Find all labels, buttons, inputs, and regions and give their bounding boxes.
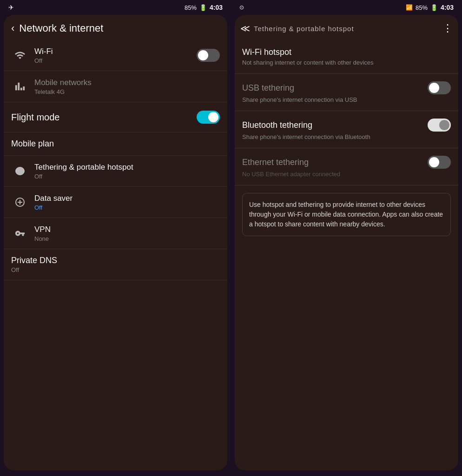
ethernet-tethering-title: Ethernet tethering: [242, 158, 309, 167]
mobile-plan-title: Mobile plan: [11, 139, 220, 149]
signal-icon-right: 📶: [406, 4, 413, 11]
wifi-text: Wi-Fi Off: [29, 47, 197, 64]
wifi-hotspot-title: Wi-Fi hotspot: [242, 47, 291, 57]
flight-mode-title: Flight mode: [11, 112, 197, 123]
vpn-text: VPN None: [29, 225, 220, 242]
left-phone-panel: ✈ 85% 🔋 4:03 ‹ Network & internet: [0, 0, 231, 476]
right-page-header: ≪ Tethering & portable hotspot ⋮: [235, 15, 458, 40]
battery-icon-right: 🔋: [430, 4, 438, 11]
right-main-card: ≪ Tethering & portable hotspot ⋮ Wi-Fi h…: [235, 15, 458, 470]
left-page-header: ‹ Network & internet: [4, 15, 227, 40]
more-options-button[interactable]: ⋮: [442, 22, 453, 34]
right-back-button[interactable]: ≪: [240, 23, 250, 34]
tethering-title: Tethering & portable hotspot: [34, 163, 220, 172]
vpn-subtitle: None: [34, 235, 220, 242]
battery-icon-left: 🔋: [199, 4, 207, 11]
ethernet-tethering-toggle[interactable]: [428, 156, 451, 169]
ethernet-tethering-item[interactable]: Ethernet tethering No USB Ethernet adapt…: [235, 148, 458, 185]
flight-mode-item[interactable]: Flight mode: [4, 102, 227, 132]
battery-percent-left: 85%: [185, 4, 197, 11]
hotspot-icon: [11, 162, 29, 180]
tethering-item[interactable]: Tethering & portable hotspot Off: [4, 156, 227, 187]
private-dns-title: Private DNS: [11, 256, 220, 265]
wifi-setting-item[interactable]: Wi-Fi Off: [4, 40, 227, 71]
mobile-networks-title: Mobile networks: [34, 78, 220, 87]
mobile-networks-text: Mobile networks Teletalk 4G: [29, 78, 220, 95]
mobile-networks-subtitle: Teletalk 4G: [34, 88, 220, 95]
ethernet-tethering-row: Ethernet tethering: [242, 156, 451, 169]
wifi-hotspot-row: Wi-Fi hotspot: [242, 47, 451, 57]
usb-tethering-row: USB tethering: [242, 81, 451, 94]
flight-mode-icon: ✈: [8, 4, 14, 11]
private-dns-item[interactable]: Private DNS Off: [4, 249, 227, 280]
bluetooth-tethering-subtitle: Share phone's internet connection via Bl…: [242, 133, 451, 140]
flight-mode-toggle-knob: [208, 112, 218, 122]
signal-icon: [11, 78, 29, 95]
private-dns-subtitle: Off: [11, 266, 220, 273]
right-phone-panel: ⊙ 📶 85% 🔋 4:03 ≪ Tethering & portable ho…: [231, 0, 462, 476]
wifi-subtitle: Off: [34, 57, 197, 64]
tethering-text: Tethering & portable hotspot Off: [29, 163, 220, 180]
tethering-subtitle: Off: [34, 173, 220, 180]
right-settings-list: Wi-Fi hotspot Not sharing internet or co…: [235, 40, 458, 470]
right-status-icon: ⊙: [239, 4, 244, 11]
vpn-icon: [11, 225, 29, 242]
flight-mode-toggle[interactable]: [197, 111, 220, 124]
usb-tethering-knob: [429, 83, 439, 93]
bluetooth-tethering-row: Bluetooth tethering: [242, 119, 451, 132]
left-page-title: Network & internet: [19, 22, 103, 34]
wifi-hotspot-item[interactable]: Wi-Fi hotspot Not sharing internet or co…: [235, 40, 458, 74]
time-left: 4:03: [210, 4, 223, 11]
ethernet-tethering-subtitle: No USB Ethernet adapter connected: [242, 171, 451, 178]
ethernet-tethering-knob: [429, 157, 439, 167]
right-status-bar: ⊙ 📶 85% 🔋 4:03: [235, 0, 458, 15]
usb-tethering-toggle[interactable]: [428, 81, 451, 94]
datasaver-icon: [11, 193, 29, 211]
mobile-networks-item[interactable]: Mobile networks Teletalk 4G: [4, 71, 227, 102]
right-page-title-overlay: Tethering & portable hotspot: [254, 25, 439, 33]
left-back-button[interactable]: ‹: [11, 22, 14, 34]
mobile-plan-item[interactable]: Mobile plan: [4, 132, 227, 156]
usb-tethering-item[interactable]: USB tethering Share phone's internet con…: [235, 74, 458, 111]
vpn-title: VPN: [34, 225, 220, 234]
data-saver-item[interactable]: Data saver Off: [4, 187, 227, 218]
wifi-title: Wi-Fi: [34, 47, 197, 56]
data-saver-text: Data saver Off: [29, 194, 220, 211]
bluetooth-tethering-item[interactable]: Bluetooth tethering Share phone's intern…: [235, 111, 458, 148]
wifi-toggle[interactable]: [197, 49, 220, 62]
left-main-card: ‹ Network & internet Wi-Fi Off: [4, 15, 227, 470]
bluetooth-tethering-title: Bluetooth tethering: [242, 120, 312, 130]
left-settings-list: Wi-Fi Off Mobile networks Teletalk 4G: [4, 40, 227, 470]
time-right: 4:03: [441, 4, 454, 11]
usb-tethering-subtitle: Share phone's internet connection via US…: [242, 96, 451, 103]
battery-percent-right: 85%: [416, 4, 428, 11]
bluetooth-tethering-knob: [439, 120, 449, 130]
bluetooth-tethering-toggle[interactable]: [428, 119, 451, 132]
tethering-info-text: Use hotspot and tethering to provide int…: [249, 200, 444, 229]
left-status-bar: ✈ 85% 🔋 4:03: [4, 0, 227, 15]
wifi-toggle-knob: [198, 50, 208, 60]
vpn-item[interactable]: VPN None: [4, 218, 227, 249]
tethering-info-box: Use hotspot and tethering to provide int…: [242, 193, 451, 236]
data-saver-title: Data saver: [34, 194, 220, 203]
wifi-icon: [11, 46, 29, 64]
data-saver-subtitle: Off: [34, 204, 220, 211]
usb-tethering-title: USB tethering: [242, 83, 294, 93]
wifi-hotspot-subtitle: Not sharing internet or content with oth…: [242, 59, 451, 66]
